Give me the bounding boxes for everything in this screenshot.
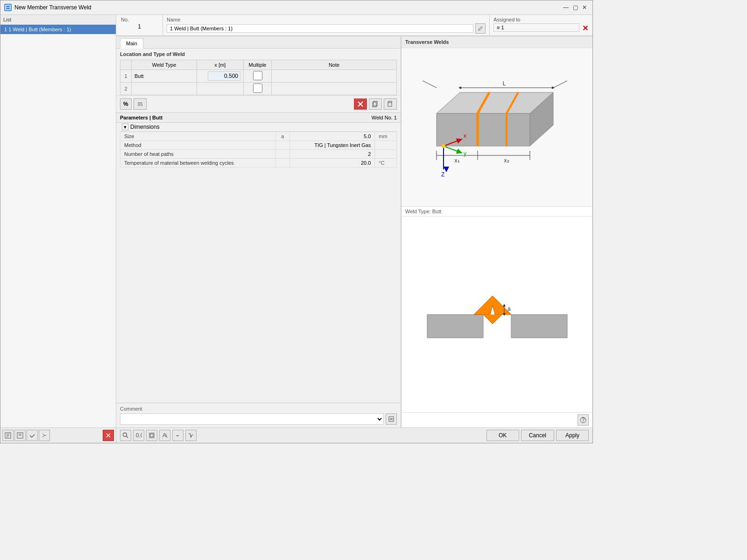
row-note-1: [272, 70, 397, 83]
svg-rect-38: [511, 315, 567, 338]
svg-text:x: x: [464, 133, 466, 139]
export-btn[interactable]: [14, 430, 26, 441]
units-bottom-btn[interactable]: 0.00: [133, 430, 144, 441]
svg-line-34: [444, 146, 462, 153]
collapse-btn[interactable]: ▼: [122, 124, 128, 130]
apply-btn[interactable]: Apply: [556, 430, 589, 441]
main-window: New Member Transverse Weld — ▢ ✕ List 1 …: [0, 0, 593, 443]
svg-text:a: a: [507, 306, 511, 312]
viz-header: Transverse Welds: [402, 36, 592, 48]
svg-rect-37: [427, 315, 483, 338]
name-input[interactable]: [167, 24, 473, 33]
assigned-label: Assigned to: [493, 17, 589, 22]
col-x: x [m]: [197, 60, 244, 70]
window-title: New Member Transverse Weld: [14, 4, 559, 11]
assigned-section: Assigned to ✕: [490, 15, 592, 35]
weld-3d-diagram: L x₁ x₂: [409, 53, 586, 202]
delete-list-btn[interactable]: [103, 430, 114, 441]
param-value-size: 5.0: [290, 132, 375, 141]
comment-section: Comment: [116, 403, 401, 427]
params-table: Size a 5.0 mm Method TIG | Tungsten Iner…: [120, 132, 397, 168]
viz-3d: L x₁ x₂: [402, 48, 592, 207]
link-bottom-btn[interactable]: [172, 430, 183, 441]
row-mult-2: [244, 83, 272, 95]
merge-btn[interactable]: [39, 430, 50, 441]
percent-btn[interactable]: %: [120, 98, 132, 110]
app-icon: [4, 4, 12, 11]
param-symbol-temp: [275, 159, 290, 168]
name-section: Name: [163, 15, 490, 35]
params-container: ▼ Dimensions Size a 5.0 mm: [116, 123, 401, 168]
assigned-delete-btn[interactable]: ✕: [581, 24, 589, 31]
svg-line-44: [127, 436, 128, 438]
svg-rect-47: [150, 434, 153, 437]
svg-text:x₂: x₂: [504, 157, 509, 164]
assigned-input[interactable]: [493, 23, 579, 32]
tab-bar: Main: [116, 36, 401, 49]
close-btn[interactable]: ✕: [580, 3, 589, 12]
param-row-size: Size a 5.0 mm: [120, 132, 397, 141]
import-btn[interactable]: [2, 430, 14, 441]
table-copy-btn[interactable]: [369, 98, 382, 110]
function-bottom-btn[interactable]: [185, 430, 197, 441]
svg-point-43: [123, 433, 127, 437]
mult-check-2[interactable]: [253, 84, 262, 93]
titlebar: New Member Transverse Weld — ▢ ✕: [0, 0, 592, 15]
window-controls: — ▢ ✕: [562, 3, 589, 12]
x-input-1[interactable]: [208, 71, 240, 81]
table-delete-btn[interactable]: [354, 98, 367, 110]
viz-2d: a: [402, 217, 592, 412]
row-no-2: 2: [120, 83, 132, 95]
comment-edit-btn[interactable]: [386, 413, 397, 425]
param-symbol-method: [275, 141, 290, 150]
minimize-btn[interactable]: —: [562, 3, 570, 12]
restore-btn[interactable]: ▢: [571, 3, 579, 12]
svg-text:A: A: [162, 432, 166, 439]
name-edit-btn[interactable]: [475, 23, 486, 34]
row-mult-1: [244, 70, 272, 83]
row-x-1: [197, 70, 244, 83]
comment-row: [120, 413, 397, 425]
table-paste-btn[interactable]: [384, 98, 397, 110]
param-unit-heat: [375, 150, 397, 159]
params-weld-no: Weld No. 1: [372, 115, 397, 120]
list-footer: [0, 427, 116, 443]
svg-point-36: [442, 144, 445, 148]
weld-table: Weld Type x [m] Multiple Note 1 Butt: [120, 60, 397, 95]
ok-btn[interactable]: OK: [486, 430, 519, 441]
comment-label: Comment: [120, 406, 397, 412]
col-multiple: Multiple: [244, 60, 272, 70]
no-label: No.: [121, 17, 158, 22]
param-symbol-size: a: [275, 132, 290, 141]
param-row-temp: Temperature of material between welding …: [120, 159, 397, 168]
tab-main[interactable]: Main: [120, 38, 143, 49]
svg-rect-10: [389, 101, 392, 103]
param-name-temp: Temperature of material between welding …: [120, 159, 276, 168]
svg-text:0.00: 0.00: [136, 432, 142, 439]
svg-text:Z: Z: [441, 171, 444, 178]
cancel-btn[interactable]: Cancel: [521, 430, 554, 441]
svg-text:L: L: [502, 80, 506, 87]
col-weld-type: Weld Type: [132, 60, 197, 70]
param-name-size: Size: [120, 132, 276, 141]
weld-2d-diagram: a: [418, 273, 577, 357]
name-row: [167, 23, 486, 34]
left-panel: List 1 1 Weld | Butt (Members : 1): [0, 15, 116, 443]
check-btn[interactable]: [27, 430, 38, 441]
col-note: Note: [272, 60, 397, 70]
svg-text:y: y: [464, 150, 466, 157]
search-bottom-btn[interactable]: [120, 430, 131, 441]
list-item-1[interactable]: 1 1 Weld | Butt (Members : 1): [0, 25, 116, 34]
comment-dropdown[interactable]: [120, 413, 384, 425]
viz-info-btn[interactable]: ?: [578, 414, 589, 426]
section-title: Location and Type of Weld: [116, 49, 401, 60]
param-unit-size: mm: [375, 132, 397, 141]
svg-text:?: ?: [582, 417, 585, 423]
main-content: List 1 1 Weld | Butt (Members : 1): [0, 15, 592, 443]
sort-btn[interactable]: [134, 98, 147, 110]
params-header: Parameters | Butt Weld No. 1: [116, 112, 401, 123]
mult-check-1[interactable]: [253, 71, 262, 80]
text-bottom-btn[interactable]: A: [159, 430, 170, 441]
form-area: No. 1 Name Assigned to: [116, 15, 592, 36]
frame-bottom-btn[interactable]: [146, 430, 157, 441]
